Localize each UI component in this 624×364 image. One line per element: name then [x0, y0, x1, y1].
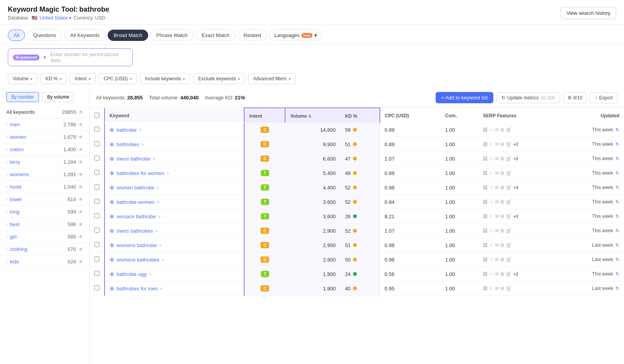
sidebar-item[interactable]: › towel 614 👁 [0, 193, 89, 206]
sidebar-item[interactable]: › womens 1,091 👁 [0, 168, 89, 181]
keyword-link[interactable]: women bathrobe [117, 185, 154, 191]
row-checkbox[interactable] [94, 199, 99, 204]
refresh-icon[interactable]: ↻ [615, 170, 619, 176]
volume-filter[interactable]: Volume ▾ [8, 73, 37, 84]
sidebar-item-eye-icon[interactable]: 👁 [78, 247, 83, 252]
keyword-link[interactable]: womens bathrobe [117, 242, 157, 248]
add-keyword-icon[interactable]: ⊕ [110, 271, 114, 277]
sidebar-item-eye-icon[interactable]: 👁 [78, 172, 83, 177]
refresh-icon[interactable]: ↻ [615, 156, 619, 161]
intent-filter[interactable]: Intent ▾ [70, 73, 96, 84]
sidebar-item-eye-icon[interactable]: 👁 [78, 259, 83, 265]
keyword-link[interactable]: bathrobes for women [117, 170, 164, 176]
sidebar-item[interactable]: › clothing 570 👁 [0, 243, 89, 256]
refresh-icon[interactable]: ↻ [615, 185, 619, 190]
tab-phrase-match[interactable]: Phrase Match [151, 30, 193, 41]
sidebar-item-eye-icon[interactable]: 👁 [78, 159, 83, 165]
keyword-link[interactable]: bathrobe women [117, 199, 154, 205]
tab-languages[interactable]: Languages beta ▾ [269, 30, 322, 41]
add-keyword-icon[interactable]: ⊕ [110, 213, 114, 219]
row-checkbox[interactable] [94, 170, 99, 175]
settings-button[interactable]: ⚙ 8/10 [563, 92, 587, 103]
sort-icon[interactable]: ⇅ [308, 114, 311, 118]
sidebar-item-eye-icon[interactable]: 👁 [78, 134, 83, 140]
keyword-arrow-icon: » [160, 286, 163, 291]
sidebar-item-eye-icon[interactable]: 👁 [78, 184, 83, 190]
tab-all[interactable]: All [8, 30, 25, 41]
add-keyword-icon[interactable]: ⊕ [110, 184, 114, 191]
refresh-icon[interactable]: ↻ [615, 242, 619, 248]
row-checkbox[interactable] [94, 271, 99, 276]
row-checkbox[interactable] [94, 155, 99, 161]
add-keyword-icon[interactable]: ⊕ [110, 228, 114, 234]
add-to-keyword-list-button[interactable]: + Add to keyword list [436, 92, 493, 103]
row-checkbox[interactable] [94, 213, 99, 218]
kd-filter[interactable]: KD % ▾ [41, 73, 67, 84]
tab-all-keywords[interactable]: All Keywords [64, 30, 105, 41]
tab-related[interactable]: Related [238, 30, 267, 41]
ai-domain-input-wrapper[interactable]: AI-powered ✦ Enter domain for personaliz… [8, 48, 133, 66]
tab-broad-match[interactable]: Broad Match [108, 30, 148, 41]
keyword-link[interactable]: mens bathrobes [117, 228, 153, 234]
sidebar-item[interactable]: › girl 585 👁 [0, 231, 89, 243]
add-keyword-icon[interactable]: ⊕ [110, 199, 114, 205]
update-metrics-button[interactable]: ↻ Update metrics 0/1,000 [496, 92, 560, 103]
row-checkbox[interactable] [94, 127, 99, 132]
sidebar-item-eye-icon[interactable]: 👁 [78, 209, 83, 215]
sort-by-number-button[interactable]: By number [6, 92, 39, 102]
exclude-keywords-filter[interactable]: Exclude keywords ▾ [193, 73, 245, 84]
add-keyword-icon[interactable]: ⊕ [110, 170, 114, 176]
add-keyword-icon[interactable]: ⊕ [110, 155, 114, 162]
select-all-checkbox[interactable] [94, 113, 99, 118]
row-checkbox[interactable] [94, 141, 99, 146]
refresh-icon[interactable]: ↻ [615, 214, 619, 219]
all-keywords-eye-icon[interactable]: 👁 [78, 110, 83, 115]
keyword-link[interactable]: bathrobe [117, 127, 136, 133]
sidebar-item[interactable]: › men 2,788 👁 [0, 118, 89, 131]
sidebar-item[interactable]: › cotton 1,400 👁 [0, 143, 89, 156]
add-keyword-icon[interactable]: ⊕ [110, 127, 114, 133]
sidebar-item[interactable]: › women 1,679 👁 [0, 131, 89, 143]
db-link[interactable]: United States ▾ [40, 15, 71, 21]
sidebar-item-eye-icon[interactable]: 👁 [78, 197, 83, 202]
add-keyword-icon[interactable]: ⊕ [110, 141, 114, 147]
sidebar-item[interactable]: › kids 524 👁 [0, 256, 89, 268]
refresh-icon[interactable]: ↻ [615, 286, 619, 291]
add-keyword-icon[interactable]: ⊕ [110, 242, 114, 248]
refresh-icon[interactable]: ↻ [615, 127, 619, 133]
export-button[interactable]: ↑ Export [590, 92, 618, 103]
sidebar-item[interactable]: › terry 1,184 👁 [0, 156, 89, 168]
refresh-icon[interactable]: ↻ [615, 257, 619, 262]
keyword-link[interactable]: womens bathrobes [117, 257, 160, 263]
refresh-icon[interactable]: ↻ [615, 271, 619, 277]
sort-by-volume-button[interactable]: By volume [42, 92, 74, 102]
row-checkbox[interactable] [94, 285, 99, 290]
tab-exact-match[interactable]: Exact Match [196, 30, 236, 41]
keyword-link[interactable]: versace bathrobe [117, 214, 156, 219]
sidebar-item-eye-icon[interactable]: 👁 [78, 234, 83, 240]
tab-questions[interactable]: Questions [27, 30, 62, 41]
keyword-link[interactable]: bathrobes [117, 141, 139, 147]
refresh-icon[interactable]: ↻ [615, 141, 619, 147]
sidebar-item[interactable]: › best 586 👁 [0, 218, 89, 231]
advanced-filters-filter[interactable]: Advanced filters ▾ [248, 73, 295, 84]
row-checkbox[interactable] [94, 242, 99, 247]
sidebar-item[interactable]: › hood 1,040 👁 [0, 181, 89, 193]
view-history-button[interactable]: View search history [561, 7, 616, 19]
keyword-link[interactable]: bathrobes for men [117, 286, 158, 292]
refresh-icon[interactable]: ↻ [615, 199, 619, 205]
sidebar-item-eye-icon[interactable]: 👁 [78, 147, 83, 152]
add-keyword-icon[interactable]: ⊕ [110, 285, 114, 292]
row-checkbox[interactable] [94, 256, 99, 262]
row-checkbox[interactable] [94, 184, 99, 189]
refresh-icon[interactable]: ↻ [615, 228, 619, 233]
add-keyword-icon[interactable]: ⊕ [110, 256, 114, 263]
include-keywords-filter[interactable]: Include keywords ▾ [140, 73, 190, 84]
row-checkbox[interactable] [94, 228, 99, 233]
sidebar-item-eye-icon[interactable]: 👁 [78, 222, 83, 227]
sidebar-item[interactable]: › long 599 👁 [0, 206, 89, 218]
keyword-link[interactable]: mens bathrobe [117, 156, 151, 162]
keyword-link[interactable]: bathrobe ugg [117, 271, 147, 277]
cpc-filter[interactable]: CPC (USD) ▾ [99, 73, 137, 84]
sidebar-item-eye-icon[interactable]: 👁 [78, 122, 83, 127]
